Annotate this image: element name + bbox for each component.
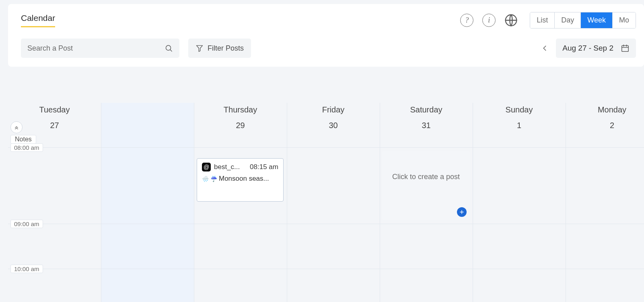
globe-icon[interactable] <box>504 14 518 27</box>
post-time: 08:15 am <box>250 163 278 171</box>
umbrella-icon: ☔ <box>210 175 217 182</box>
page-title: Calendar <box>21 13 55 27</box>
info-icon[interactable]: i <box>482 14 496 27</box>
post-body: Monsoon seas... <box>219 175 269 183</box>
help-icon[interactable]: ? <box>460 14 473 27</box>
scheduled-post-card[interactable]: @ best_c... 08:15 am 🌧️ ☔ Monsoon seas..… <box>197 158 284 202</box>
svg-marker-4 <box>197 45 203 51</box>
time-label: 10:00 am <box>10 265 43 273</box>
filter-posts-button[interactable]: Filter Posts <box>188 39 251 58</box>
chevron-left-icon <box>540 44 549 53</box>
filter-icon <box>195 44 204 52</box>
date-range-label: Aug 27 - Sep 2 <box>562 44 613 53</box>
svg-line-3 <box>170 49 172 51</box>
notes-label: Notes <box>10 135 36 144</box>
search-icon <box>165 44 173 53</box>
plus-icon <box>459 209 465 215</box>
search-post-box <box>21 39 179 58</box>
view-month-button[interactable]: Mo <box>613 12 636 28</box>
time-label: 09:00 am <box>10 220 43 228</box>
time-slot-row: 09:00 am <box>8 148 644 224</box>
view-list-button[interactable]: List <box>530 12 555 28</box>
filter-posts-label: Filter Posts <box>208 44 244 53</box>
search-input[interactable] <box>27 44 165 53</box>
date-range-picker[interactable]: Aug 27 - Sep 2 <box>556 39 636 58</box>
post-title: best_c... <box>214 163 240 171</box>
view-week-button[interactable]: Week <box>581 12 613 28</box>
svg-rect-5 <box>622 46 629 52</box>
view-switcher: List Day Week Mo <box>530 12 636 29</box>
time-slot-row: 10:00 am <box>8 224 644 269</box>
threads-icon: @ <box>202 163 211 171</box>
create-post-hint: Click to create a post <box>392 173 460 181</box>
cloud-rain-icon: 🌧️ <box>202 175 209 182</box>
time-label: 08:00 am <box>10 143 43 152</box>
prev-week-button[interactable] <box>539 43 550 54</box>
time-slot-row: 08:00 am <box>8 103 644 148</box>
time-slot-row <box>8 269 644 302</box>
create-post-placeholder[interactable]: Click to create a post <box>382 151 470 220</box>
calendar-toolbar: Calendar ? i List Day Week Mo <box>8 4 644 67</box>
add-post-button[interactable] <box>457 207 467 217</box>
view-day-button[interactable]: Day <box>555 12 581 28</box>
calendar-icon <box>621 44 630 53</box>
